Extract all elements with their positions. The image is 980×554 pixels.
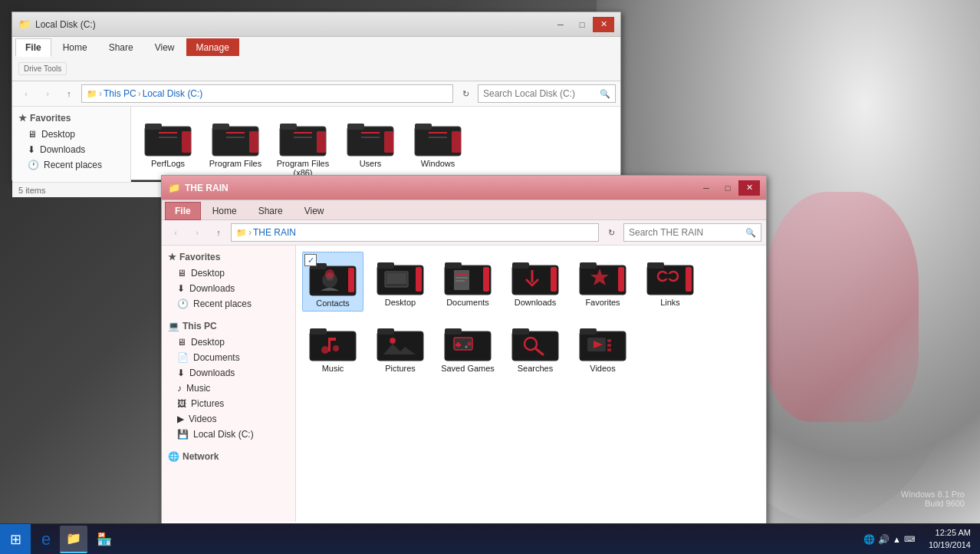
win1-search-box[interactable]: 🔍 (478, 84, 616, 103)
contacts-checkbox: ✓ (304, 254, 317, 266)
win2-thispc-header[interactable]: 💻 This PC (162, 318, 295, 335)
win2-maximize[interactable]: □ (717, 180, 738, 196)
win1-close[interactable]: ✕ (593, 17, 614, 32)
win2-tab-share[interactable]: Share (248, 202, 293, 219)
win2-folder-music[interactable]: Music (302, 318, 363, 376)
win1-tab-file[interactable]: File (15, 38, 51, 57)
win1-recent-icon: 🕐 (28, 160, 39, 170)
win2-folder-favorites[interactable]: Favorites (572, 252, 633, 312)
svg-rect-1 (145, 124, 162, 130)
win1-programfiles86-icon (278, 116, 327, 159)
win2-path-therain[interactable]: THE RAIN (253, 227, 296, 238)
win1-nav-forward[interactable]: › (38, 84, 57, 103)
taskbar: ⊞ e 📁 🏪 🌐 🔊 ▲ ⌨ 12:25 AM 10/19/2014 (0, 523, 980, 554)
win2-address-bar: ‹ › ↑ 📁 › THE RAIN ↻ 🔍 (162, 220, 766, 246)
win2-search-input[interactable] (629, 227, 745, 238)
win2-folder-downloads[interactable]: Downloads (505, 252, 566, 312)
win1-address-path[interactable]: 📁 › This PC › Local Disk (C:) (81, 84, 453, 103)
win1-sidebar-recent[interactable]: 🕐Recent places (12, 157, 130, 173)
taskbar-explorer[interactable]: 📁 (60, 526, 87, 553)
win2-favorites-header[interactable]: ★ Favorites (162, 249, 295, 265)
win2-network-header[interactable]: 🌐 Network (162, 448, 295, 465)
win2-sidebar-recent[interactable]: 🕐Recent places (162, 296, 295, 312)
svg-point-66 (390, 338, 395, 343)
win2-folder-links[interactable]: Links (640, 252, 701, 312)
win2-sidebar-videos[interactable]: ▶Videos (162, 411, 295, 427)
win2-folder-savedgames[interactable]: Saved Games (437, 318, 498, 376)
win1-tab-manage[interactable]: Manage (186, 38, 239, 56)
win2-pc-dl-icon: ⬇ (177, 368, 185, 378)
win2-searches-folder-icon (511, 321, 560, 364)
svg-rect-39 (454, 270, 469, 290)
win2-documents-folder-icon (443, 255, 492, 298)
win1-nav-up[interactable]: ↑ (60, 84, 78, 103)
win1-windows-label: Windows (421, 159, 455, 168)
tray-network-icon: 🌐 (863, 534, 875, 545)
win1-path-localdisk[interactable]: Local Disk (C:) (143, 88, 203, 99)
win2-thispc-icon: 💻 (168, 321, 179, 331)
win2-sidebar-pc-downloads[interactable]: ⬇Downloads (162, 365, 295, 381)
win2-nav-back[interactable]: ‹ (166, 223, 185, 242)
win1-programfiles-label: Program Files (209, 159, 261, 168)
win2-sidebar-downloads[interactable]: ⬇Downloads (162, 281, 295, 296)
win2-folder-pictures[interactable]: Pictures (370, 318, 431, 376)
win2-sidebar-desktop[interactable]: 🖥Desktop (162, 265, 295, 281)
windows-version: Windows 8.1 Pro Build 9600 (901, 490, 965, 508)
win2-sidebar-localdisk[interactable]: 💾Local Disk (C:) (162, 427, 295, 442)
win2-address-path[interactable]: 📁 › THE RAIN (231, 223, 599, 242)
win1-tab-home[interactable]: Home (53, 38, 97, 56)
win2-folder-contacts[interactable]: ✓ Contacts (302, 252, 363, 312)
win2-nav-up[interactable]: ↑ (209, 223, 228, 242)
win1-windows-icon (413, 116, 462, 159)
win2-folder-documents[interactable]: Documents (437, 252, 498, 312)
win2-search-box[interactable]: 🔍 (623, 223, 761, 242)
tray-arrow[interactable]: ▲ (893, 535, 901, 544)
win1-sidebar-downloads[interactable]: ⬇Downloads (12, 142, 130, 157)
win2-sidebar-pc-desktop[interactable]: 🖥Desktop (162, 335, 295, 350)
win1-folder-perflogs[interactable]: PerfLogs (137, 113, 199, 180)
svg-rect-2 (182, 131, 191, 153)
win2-pictures-folder-icon (376, 321, 425, 364)
win1-search-input[interactable] (483, 88, 600, 99)
win2-minimize[interactable]: ─ (696, 180, 717, 196)
win2-folder-desktop[interactable]: Desktop (370, 252, 431, 312)
win2-refresh[interactable]: ↻ (602, 223, 620, 242)
win2-sidebar-pictures[interactable]: 🖼Pictures (162, 396, 295, 411)
win2-downloads-folder-icon (511, 255, 560, 298)
taskbar-clock[interactable]: 12:25 AM 10/19/2014 (919, 527, 980, 551)
win2-sidebar-music[interactable]: ♪Music (162, 381, 295, 396)
win1-folder-programfiles86[interactable]: Program Files (x86) (272, 113, 334, 180)
win2-tab-home[interactable]: Home (202, 202, 247, 219)
win2-folder-videos[interactable]: Videos (572, 318, 633, 376)
win1-favorites-section: ★ Favorites 🖥Desktop ⬇Downloads 🕐Recent … (12, 107, 130, 176)
svg-point-73 (465, 346, 468, 348)
win1-folder-users[interactable]: Users (340, 113, 401, 180)
win1-favorites-label: Favorites (30, 113, 71, 124)
win1-path-thispc[interactable]: This PC (104, 88, 136, 99)
win1-tab-share[interactable]: Share (99, 38, 143, 56)
win2-folder-searches[interactable]: Searches (505, 318, 566, 376)
taskbar-store[interactable]: 🏪 (90, 526, 118, 553)
win2-tab-file[interactable]: File (165, 202, 201, 220)
win2-sidebar-pc-documents[interactable]: 📄Documents (162, 350, 295, 365)
win1-refresh[interactable]: ↻ (456, 84, 475, 103)
win2-title: THE RAIN (185, 183, 229, 193)
win1-nav-back[interactable]: ‹ (17, 84, 35, 103)
win1-programfiles-icon (211, 116, 260, 159)
win1-maximize[interactable]: □ (571, 17, 593, 32)
win2-nav-forward[interactable]: › (188, 223, 206, 242)
win1-tab-view[interactable]: View (145, 38, 185, 56)
win1-folder-windows[interactable]: Windows (407, 113, 469, 180)
win1-sidebar-desktop[interactable]: 🖥Desktop (12, 127, 130, 142)
win2-downloads-label: Downloads (515, 298, 556, 307)
win2-close[interactable]: ✕ (738, 180, 760, 196)
win1-minimize[interactable]: ─ (550, 17, 571, 32)
win1-thispc-header[interactable]: 💻 This PC (12, 179, 130, 182)
taskbar-ie[interactable]: e (35, 526, 57, 553)
win2-tab-view[interactable]: View (294, 202, 334, 219)
svg-rect-83 (607, 344, 611, 347)
start-button[interactable]: ⊞ (0, 524, 31, 555)
win1-favorites-header[interactable]: ★ Favorites (12, 110, 130, 127)
svg-rect-75 (512, 328, 529, 335)
win1-folder-programfiles[interactable]: Program Files (205, 113, 266, 180)
